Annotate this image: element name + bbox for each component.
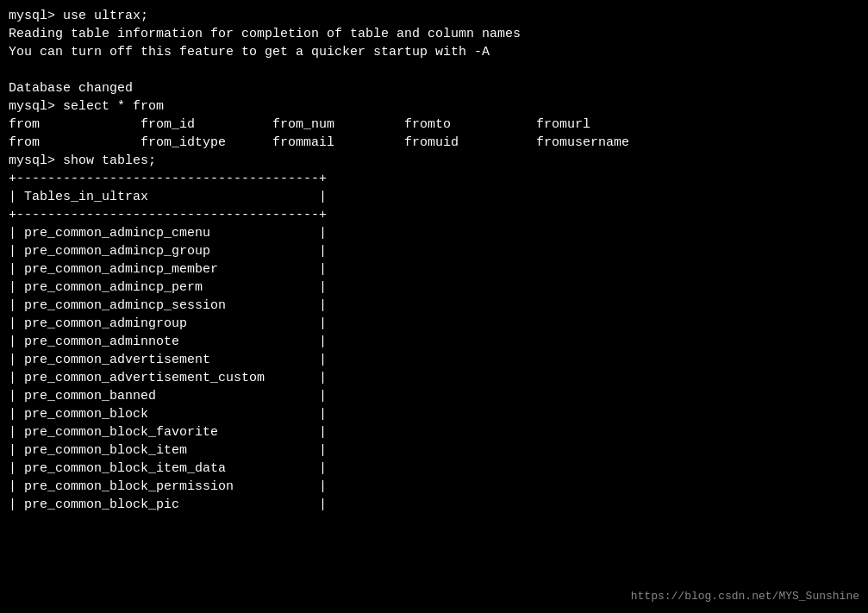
watermark: https://blog.csdn.net/MYS_Sunshine [631, 589, 859, 604]
terminal-output: mysql> use ultrax; Reading table informa… [9, 7, 859, 606]
